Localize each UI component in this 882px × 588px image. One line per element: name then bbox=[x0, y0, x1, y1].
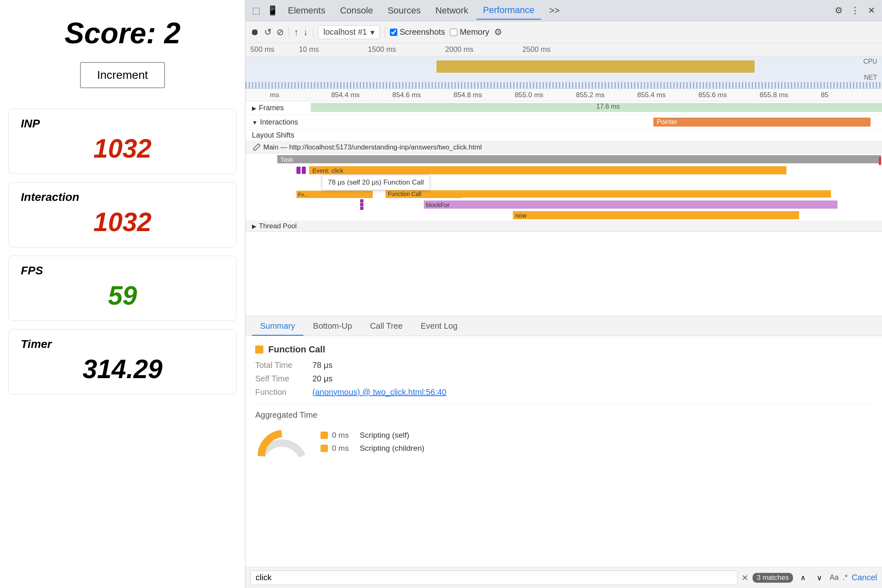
clear-icon[interactable]: ⊘ bbox=[276, 27, 284, 38]
memory-toggle[interactable]: Memory bbox=[450, 27, 489, 37]
tooltip-text: 78 μs (self 20 μs) Function Call bbox=[328, 178, 424, 186]
tab-event-log[interactable]: Event Log bbox=[412, 317, 466, 336]
thread-pool-label: Thread Pool bbox=[259, 222, 297, 230]
scripting-self-ms: 0 ms bbox=[332, 431, 352, 440]
timer-card: Timer 314.29 bbox=[8, 329, 237, 394]
fn-call-row: Fn... Ru...ks Function Call bbox=[245, 189, 882, 199]
thread-pool-header: ▶ Thread Pool bbox=[245, 220, 882, 232]
toolbar-divider-2 bbox=[313, 27, 313, 37]
interaction-value: 1032 bbox=[21, 207, 224, 237]
layout-shifts-label-text: Layout Shifts bbox=[252, 131, 294, 140]
close-icon[interactable]: ✕ bbox=[864, 3, 879, 18]
clear-search-icon[interactable]: ✕ bbox=[742, 573, 748, 583]
interaction-pointer-bar: Pointer bbox=[653, 118, 871, 127]
task-row: Task bbox=[245, 154, 882, 165]
device-icon[interactable]: 📱 bbox=[265, 3, 280, 18]
net-label: NET bbox=[864, 74, 877, 81]
frames-label-text: Frames bbox=[259, 104, 284, 112]
layout-shifts-content[interactable] bbox=[311, 130, 882, 141]
cpu-usage-bar bbox=[437, 60, 755, 73]
edit-icon[interactable] bbox=[252, 143, 261, 152]
inp-card: INP 1032 bbox=[8, 109, 237, 174]
url-selector[interactable]: localhost #1 ▾ bbox=[318, 25, 380, 39]
search-prev-button[interactable]: ∧ bbox=[797, 572, 809, 584]
timeline-ruler: 500 ms 10 ms 1500 ms 2000 ms 2500 ms bbox=[245, 43, 882, 56]
tab-performance[interactable]: Performance bbox=[477, 2, 541, 20]
fps-label: FPS bbox=[21, 264, 224, 277]
purple-stack bbox=[360, 199, 363, 210]
reload-record-icon[interactable]: ↺ bbox=[264, 27, 272, 38]
upload-icon[interactable]: ↑ bbox=[294, 27, 298, 38]
tab-bottom-up[interactable]: Bottom-Up bbox=[305, 317, 361, 336]
frames-label: ▶ Frames bbox=[245, 104, 311, 112]
detail-tick-9: 85 bbox=[821, 91, 882, 99]
interaction-pointer-label: Pointer bbox=[657, 118, 677, 126]
summary-function-title: Function Call bbox=[268, 344, 325, 355]
search-input[interactable] bbox=[250, 570, 737, 585]
function-label: Function bbox=[255, 388, 312, 397]
screenshots-label: Screenshots bbox=[400, 27, 445, 37]
fps-value: 59 bbox=[21, 281, 224, 311]
scripting-self-label: Scripting (self) bbox=[360, 431, 409, 440]
fps-card: FPS 59 bbox=[8, 256, 237, 321]
purple-seg-1 bbox=[296, 167, 301, 174]
self-time-label: Self Time bbox=[255, 374, 312, 383]
timeline-overview[interactable]: CPU NET bbox=[245, 56, 882, 89]
tab-summary[interactable]: Summary bbox=[252, 317, 303, 336]
interactions-label: ▼ Interactions bbox=[245, 118, 311, 127]
memory-checkbox[interactable] bbox=[450, 29, 457, 36]
total-time-row: Total Time 78 μs bbox=[255, 361, 872, 370]
tab-network[interactable]: Network bbox=[429, 2, 475, 19]
ruler-tick-1500: 1500 ms bbox=[368, 45, 396, 54]
screenshots-checkbox[interactable] bbox=[390, 29, 397, 36]
block-for-bar[interactable]: blockFor bbox=[424, 200, 837, 209]
record-icon[interactable]: ⏺ bbox=[250, 27, 259, 38]
detail-tick-6: 855.4 ms bbox=[637, 91, 698, 99]
download-icon[interactable]: ↓ bbox=[303, 27, 308, 38]
now-bar[interactable]: now bbox=[513, 211, 800, 219]
detail-tick-4: 855.0 ms bbox=[515, 91, 576, 99]
tooltip-box: 78 μs (self 20 μs) Function Call bbox=[322, 175, 430, 190]
fn-small-bar[interactable]: Fn... bbox=[296, 191, 373, 198]
function-value[interactable]: (anonymous) @ two_click.html:56:40 bbox=[312, 388, 446, 397]
ps2 bbox=[360, 203, 363, 206]
ruler-tick-1000: 10 ms bbox=[299, 45, 319, 54]
timer-value: 314.29 bbox=[21, 354, 224, 384]
aggregated-section: Aggregated Time 0 ms Scripting (sel bbox=[255, 404, 872, 458]
agg-donut-chart bbox=[255, 425, 308, 458]
screenshots-toggle[interactable]: Screenshots bbox=[390, 27, 445, 37]
tab-sources[interactable]: Sources bbox=[381, 2, 427, 19]
frames-track: ▶ Frames 17.6 ms bbox=[245, 101, 882, 115]
frames-content[interactable]: 17.6 ms bbox=[311, 101, 882, 115]
summary-color-dot bbox=[255, 345, 263, 354]
search-bar: ✕ 3 matches ∧ ∨ Aa .* Cancel bbox=[245, 567, 882, 588]
url-dropdown-icon: ▾ bbox=[370, 27, 374, 37]
detail-tick-8: 855.8 ms bbox=[760, 91, 821, 99]
case-sensitive-option[interactable]: Aa bbox=[830, 573, 839, 582]
task-bar[interactable]: Task bbox=[277, 155, 881, 163]
tab-more[interactable]: >> bbox=[543, 2, 566, 19]
regex-option[interactable]: .* bbox=[843, 573, 848, 582]
devtools-tab-bar: ⬚ 📱 Elements Console Sources Network Per… bbox=[245, 0, 882, 21]
more-options-icon[interactable]: ⋮ bbox=[848, 3, 862, 18]
function-call-bar[interactable]: Function Call bbox=[385, 190, 831, 198]
event-bar[interactable]: Event: click bbox=[309, 166, 786, 174]
capture-settings-icon[interactable]: ⚙ bbox=[494, 27, 502, 38]
interactions-content[interactable]: Pointer bbox=[311, 115, 882, 129]
block-for-row: blockFor bbox=[245, 199, 882, 210]
self-time-row: Self Time 20 μs bbox=[255, 374, 872, 383]
increment-button[interactable]: Increment bbox=[80, 62, 165, 88]
tab-elements[interactable]: Elements bbox=[281, 2, 332, 19]
ps3 bbox=[360, 207, 363, 210]
interaction-card: Interaction 1032 bbox=[8, 182, 237, 247]
search-cancel-button[interactable]: Cancel bbox=[852, 573, 877, 582]
task-bar-red bbox=[879, 157, 881, 165]
toolbar-divider-3 bbox=[385, 27, 385, 37]
inspect-icon[interactable]: ⬚ bbox=[249, 3, 263, 18]
frames-duration: 17.6 ms bbox=[597, 103, 620, 110]
main-thread-label: Main — http://localhost:5173/understandi… bbox=[263, 143, 482, 151]
tab-call-tree[interactable]: Call Tree bbox=[362, 317, 411, 336]
settings-gear-icon[interactable]: ⚙ bbox=[831, 3, 846, 18]
search-next-button[interactable]: ∨ bbox=[813, 572, 826, 584]
tab-console[interactable]: Console bbox=[334, 2, 380, 19]
